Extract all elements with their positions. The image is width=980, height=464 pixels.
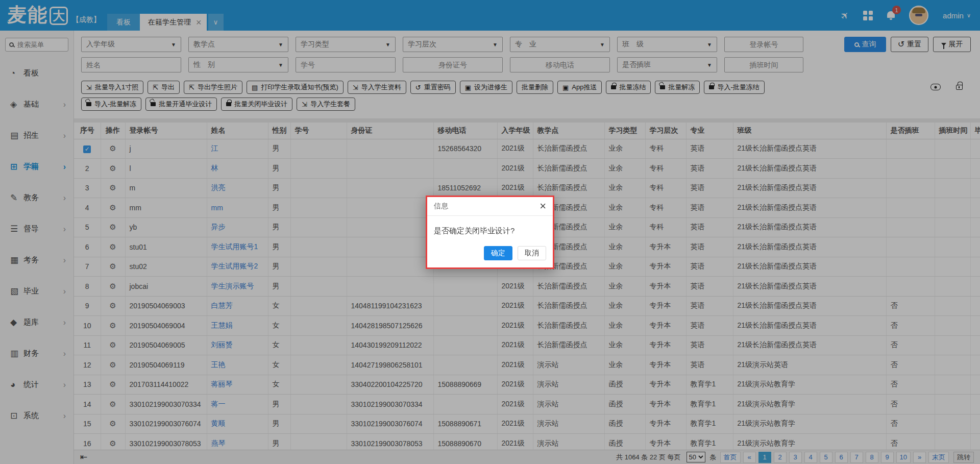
confirm-button[interactable]: 确定: [484, 246, 512, 260]
confirm-dialog: 信息 × 是否确定关闭毕业设计? 确定 取消: [426, 196, 554, 269]
dialog-header: 信息 ×: [427, 197, 553, 216]
cancel-button[interactable]: 取消: [518, 246, 546, 260]
dialog-footer: 确定 取消: [427, 240, 553, 267]
close-icon[interactable]: ×: [540, 202, 546, 210]
dialog-message: 是否确定关闭毕业设计?: [427, 216, 553, 240]
dialog-title: 信息: [434, 202, 448, 211]
